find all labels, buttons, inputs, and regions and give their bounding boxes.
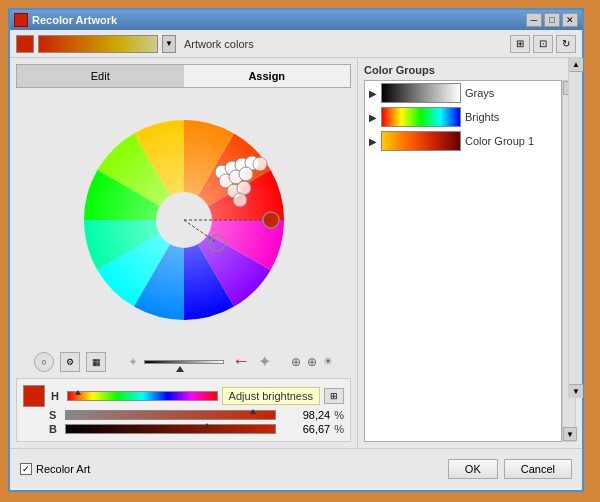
svg-point-9 — [239, 167, 253, 181]
hsb-color-preview — [23, 385, 45, 407]
brightness-row: ○ ⚙ ▦ ✦ ← ✦ ⊕ ⊕ ☀ — [16, 347, 351, 376]
recolor-artwork-dialog: Recolor Artwork ─ □ ✕ ▼ Artwork colors ⊞… — [8, 8, 584, 492]
tab-edit[interactable]: Edit — [17, 65, 184, 87]
s-slider[interactable] — [65, 410, 276, 420]
outer-scroll-up[interactable]: ▲ — [569, 58, 583, 72]
hsb-section: H Adjust brightness ⊞ S 98,24 % — [16, 378, 351, 442]
left-panel: Edit Assign — [10, 58, 358, 448]
outer-scroll-track — [569, 72, 582, 384]
artwork-colors-label: Artwork colors — [184, 38, 254, 50]
color-group-1[interactable]: ▶ Color Group 1 — [365, 129, 561, 153]
s-slider-thumb — [250, 409, 256, 414]
dialog-icon — [14, 13, 28, 27]
artwork-colors-dropdown[interactable]: ▼ — [162, 35, 176, 53]
view-gear-btn[interactable]: ⚙ — [60, 352, 80, 372]
brightness-low-icon: ✦ — [128, 355, 138, 369]
cancel-button[interactable]: Cancel — [504, 459, 572, 479]
b-percent: % — [334, 423, 344, 435]
outer-scroll-down[interactable]: ▼ — [569, 384, 583, 398]
svg-point-6 — [253, 157, 267, 171]
hsb-h-row: H Adjust brightness ⊞ — [23, 385, 344, 407]
colorgroup1-swatch — [381, 131, 461, 151]
gradient-preview-bar — [38, 35, 158, 53]
grays-label: Grays — [465, 87, 494, 99]
brights-expand-arrow[interactable]: ▶ — [369, 112, 377, 123]
toolbar-icon-btn-3[interactable]: ↻ — [556, 35, 576, 53]
brightness-high-icon: ✦ — [258, 352, 271, 371]
s-label: S — [49, 409, 61, 421]
h-slider-thumb — [75, 390, 81, 395]
color-groups-title: Color Groups — [364, 64, 576, 76]
b-label: B — [49, 423, 61, 435]
b-slider[interactable] — [65, 424, 276, 434]
main-content: Edit Assign — [10, 58, 582, 448]
view-grid-btn[interactable]: ▦ — [86, 352, 106, 372]
h-label: H — [51, 390, 63, 402]
recolor-art-checkbox[interactable]: ✓ — [20, 463, 32, 475]
hsb-grid-icon[interactable]: ⊞ — [324, 388, 344, 404]
brights-label: Brights — [465, 111, 499, 123]
colorgroup1-label: Color Group 1 — [465, 135, 534, 147]
toolbar-icon-btn-2[interactable]: ⊡ — [533, 35, 553, 53]
temp-left-icon: ⊕ — [291, 355, 301, 369]
scrollbar-down[interactable]: ▼ — [563, 427, 577, 441]
grays-expand-arrow[interactable]: ▶ — [369, 88, 377, 99]
dialog-title: Recolor Artwork — [32, 14, 117, 26]
hsb-b-row: B 66,67 % — [23, 423, 344, 435]
svg-point-12 — [233, 193, 247, 207]
toolbar-color-swatch — [16, 35, 34, 53]
adjust-brightness-tooltip: Adjust brightness — [222, 387, 320, 405]
arrow-red-icon: ← — [232, 351, 250, 372]
tab-assign[interactable]: Assign — [184, 65, 351, 87]
color-wheel[interactable] — [64, 100, 304, 340]
ok-button[interactable]: OK — [448, 459, 498, 479]
grays-swatch — [381, 83, 461, 103]
h-slider[interactable] — [67, 391, 218, 401]
color-group-grays[interactable]: ▶ Grays — [365, 81, 561, 105]
toolbar-icon-btn-1[interactable]: ⊞ — [510, 35, 530, 53]
b-slider-thumb — [204, 423, 210, 428]
bottom-buttons: OK Cancel — [448, 459, 572, 479]
minimize-button[interactable]: ─ — [526, 13, 542, 27]
title-bar: Recolor Artwork ─ □ ✕ — [10, 10, 582, 30]
tab-row: Edit Assign — [16, 64, 351, 88]
b-value: 66,67 — [280, 423, 330, 435]
s-percent: % — [334, 409, 344, 421]
temp-mid-icon: ⊕ — [307, 355, 317, 369]
color-groups-list[interactable]: ▶ Grays ▶ Brights ▶ — [364, 80, 562, 442]
hsb-s-row: S 98,24 % — [23, 409, 344, 421]
close-button[interactable]: ✕ — [562, 13, 578, 27]
view-circle-btn[interactable]: ○ — [34, 352, 54, 372]
color-group-brights[interactable]: ▶ Brights — [365, 105, 561, 129]
right-panel: Color Groups ▶ Grays ▶ Bri — [358, 58, 582, 448]
brightness-slider-track[interactable] — [144, 360, 224, 364]
right-panel-wrapper: Color Groups ▶ Grays ▶ Bri — [358, 58, 582, 448]
outer-scrollbar[interactable]: ▲ ▼ — [568, 58, 582, 398]
bottom-bar: ✓ Recolor Art OK Cancel — [10, 448, 582, 488]
color-groups-list-wrapper: ▶ Grays ▶ Brights ▶ — [364, 80, 576, 442]
recolor-art-label: Recolor Art — [36, 463, 90, 475]
brights-swatch — [381, 107, 461, 127]
title-bar-left: Recolor Artwork — [14, 13, 117, 27]
recolor-art-checkbox-row: ✓ Recolor Art — [20, 463, 90, 475]
title-controls: ─ □ ✕ — [526, 13, 578, 27]
maximize-button[interactable]: □ — [544, 13, 560, 27]
color-wheel-container — [16, 96, 351, 343]
s-value: 98,24 — [280, 409, 330, 421]
temp-right-icon: ☀ — [323, 355, 333, 368]
brightness-slider-thumb — [176, 366, 184, 372]
toolbar: ▼ Artwork colors ⊞ ⊡ ↻ — [10, 30, 582, 58]
colorgroup1-expand-arrow[interactable]: ▶ — [369, 136, 377, 147]
